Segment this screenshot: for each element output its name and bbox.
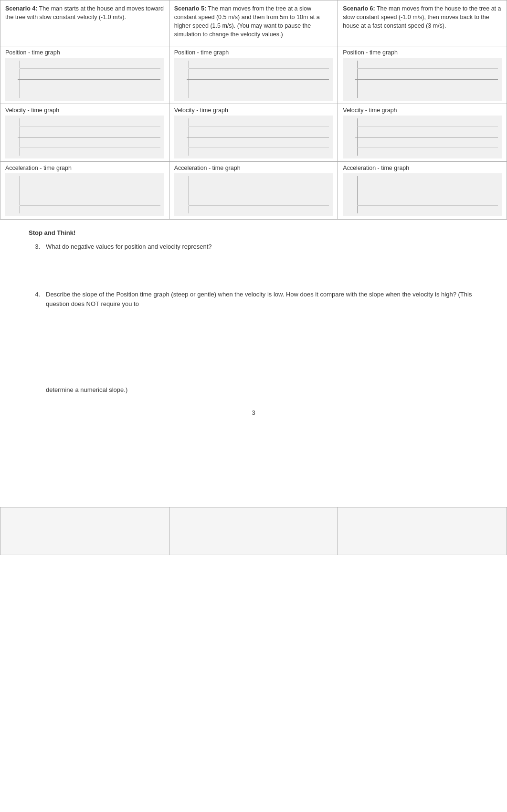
scenario6-desc-cell: Scenario 6: The man moves from the house… xyxy=(338,0,507,46)
scenario4-velocity-graph xyxy=(5,116,164,158)
grid-line xyxy=(20,148,160,148)
grid-line xyxy=(357,90,498,90)
scenario-desc-row: Scenario 4: The man starts at the house … xyxy=(0,0,507,46)
bottom-cell-2 xyxy=(169,507,338,555)
scenario5-acceleration-graph xyxy=(174,173,333,216)
scenario6-title: Scenario 6: xyxy=(343,5,375,12)
grid-line xyxy=(20,205,160,206)
question4-answer-space xyxy=(29,318,478,385)
scenario4-description: Scenario 4: The man starts at the house … xyxy=(5,4,164,21)
scenario6-velocity-label: Velocity - time graph xyxy=(343,107,502,114)
bottom-cell-3 xyxy=(338,507,507,555)
scenario6-acceleration-graph xyxy=(343,173,502,216)
question4: 4. Describe the slope of the Position ti… xyxy=(29,290,478,309)
scenario6-velocity-graph xyxy=(343,116,502,158)
position-graph-row: Position - time graph Position - time gr… xyxy=(0,46,507,104)
velocity-graph-row: Velocity - time graph Velocity - time gr… xyxy=(0,104,507,161)
x-axis xyxy=(355,79,498,80)
x-axis xyxy=(355,137,498,137)
scenario5-acceleration-label: Acceleration - time graph xyxy=(174,165,333,171)
grid-line xyxy=(189,68,329,69)
bottom-table xyxy=(0,507,507,555)
grid-line xyxy=(357,68,498,69)
scenario4-acceleration-graph xyxy=(5,173,164,216)
scenario5-position-graph xyxy=(174,58,333,101)
x-axis xyxy=(187,79,329,80)
scenario5-description: Scenario 5: The man moves from the tree … xyxy=(174,4,333,39)
stop-think-title: Stop and Think! xyxy=(29,229,478,236)
grid-line xyxy=(189,148,329,148)
scenario5-position-label: Position - time graph xyxy=(174,49,333,56)
grid-line xyxy=(20,126,160,127)
scenario4-acceleration-label: Acceleration - time graph xyxy=(5,165,164,171)
x-axis xyxy=(18,79,160,80)
bottom-cell-1 xyxy=(0,507,169,555)
page-number-value: 3 xyxy=(252,409,255,416)
grid-line xyxy=(189,126,329,127)
scenario4-desc-cell: Scenario 4: The man starts at the house … xyxy=(0,0,169,46)
scenario5-acceleration-cell: Acceleration - time graph xyxy=(169,161,338,219)
scenario4-acceleration-cell: Acceleration - time graph xyxy=(0,161,169,219)
scenario5-desc-cell: Scenario 5: The man moves from the tree … xyxy=(169,0,338,46)
grid-line xyxy=(357,184,498,184)
bottom-table-row xyxy=(0,507,507,555)
grid-line xyxy=(189,90,329,90)
answer-space-large xyxy=(0,426,507,502)
grid-line xyxy=(20,90,160,90)
grid-line xyxy=(357,205,498,206)
scenario4-velocity-label: Velocity - time graph xyxy=(5,107,164,114)
scenario5-velocity-cell: Velocity - time graph xyxy=(169,104,338,161)
grid-line xyxy=(357,126,498,127)
question3: 3. What do negative values for position … xyxy=(29,242,478,252)
page-number: 3 xyxy=(0,395,507,426)
grid-line xyxy=(357,148,498,148)
question3-number: 3. xyxy=(29,242,40,252)
scenario4-position-cell: Position - time graph xyxy=(0,46,169,104)
continued-text: determine a numerical slope.) xyxy=(46,386,127,393)
question4-number: 4. xyxy=(29,290,40,309)
grid-line xyxy=(189,205,329,206)
acceleration-graph-row: Acceleration - time graph Acceleration -… xyxy=(0,161,507,219)
scenario4-velocity-cell: Velocity - time graph xyxy=(0,104,169,161)
scenario4-title: Scenario 4: xyxy=(5,5,37,12)
scenario6-position-graph xyxy=(343,58,502,101)
x-axis xyxy=(18,137,160,137)
scenario5-position-cell: Position - time graph xyxy=(169,46,338,104)
question4-text: Describe the slope of the Position time … xyxy=(46,290,478,309)
scenario5-title: Scenario 5: xyxy=(174,5,206,12)
stop-and-think-section: Stop and Think! 3. What do negative valu… xyxy=(0,220,507,395)
scenario5-velocity-graph xyxy=(174,116,333,158)
x-axis xyxy=(355,195,498,195)
question3-answer-space xyxy=(29,261,478,290)
question3-text: What do negative values for position and… xyxy=(46,242,478,252)
scenario6-description: Scenario 6: The man moves from the house… xyxy=(343,4,502,30)
scenarios-table: Scenario 4: The man starts at the house … xyxy=(0,0,507,220)
scenario6-velocity-cell: Velocity - time graph xyxy=(338,104,507,161)
scenario5-velocity-label: Velocity - time graph xyxy=(174,107,333,114)
scenario4-position-label: Position - time graph xyxy=(5,49,164,56)
grid-line xyxy=(20,184,160,184)
scenario6-acceleration-cell: Acceleration - time graph xyxy=(338,161,507,219)
page: Scenario 4: The man starts at the house … xyxy=(0,0,507,812)
x-axis xyxy=(187,137,329,137)
scenario6-position-cell: Position - time graph xyxy=(338,46,507,104)
x-axis xyxy=(18,195,160,195)
scenario4-position-graph xyxy=(5,58,164,101)
scenario6-acceleration-label: Acceleration - time graph xyxy=(343,165,502,171)
grid-line xyxy=(20,68,160,69)
grid-line xyxy=(189,184,329,184)
scenario6-position-label: Position - time graph xyxy=(343,49,502,56)
x-axis xyxy=(187,195,329,195)
